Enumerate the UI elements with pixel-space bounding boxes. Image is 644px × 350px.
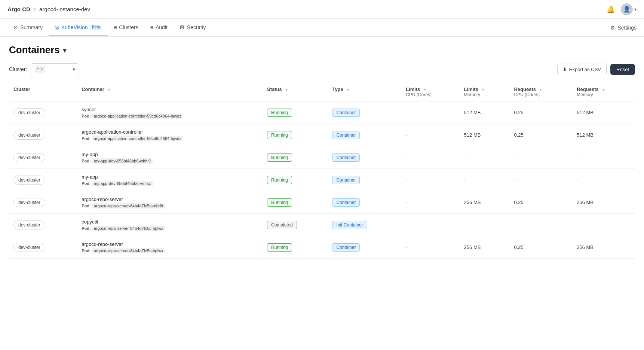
pod-value[interactable]: argocd-application-controller-59cd6c4864… (92, 113, 183, 119)
table-row: dev-clusterargocd-application-controller… (9, 124, 635, 146)
page-title-row: Containers ▾ (9, 44, 635, 56)
audit-icon: ≡ (150, 24, 153, 30)
instance-label[interactable]: argocd-instance-dev (39, 6, 90, 12)
tab-summary[interactable]: ⊙ Summary (7, 19, 49, 36)
cell-status: Running (263, 124, 328, 146)
settings-gear-icon: ⚙ (610, 25, 615, 31)
pod-key: Pod: (82, 204, 92, 208)
pod-value[interactable]: argocd-application-controller-59cd6c4864… (92, 136, 183, 141)
cell-type: Container (328, 169, 401, 191)
cluster-badge[interactable]: dev-cluster (13, 108, 45, 117)
requests-cpu-sort-icon[interactable]: ▼ (539, 88, 543, 92)
avatar: 👤 (621, 3, 633, 15)
container-sort-icon[interactable]: ▼ (107, 88, 111, 92)
type-badge: Container (332, 198, 360, 207)
cell-type: Container (328, 191, 401, 214)
pod-label: Pod: argocd-repo-server-84b4d7fc5c-hplwx (82, 226, 258, 231)
dash: - (464, 222, 466, 228)
th-limits-memory: Limits ▼ Memory (460, 83, 510, 101)
cluster-filter-select[interactable]: * × ▾ (31, 63, 79, 75)
pod-key: Pod: (82, 114, 92, 118)
page-title-dropdown-icon[interactable]: ▾ (63, 46, 67, 55)
cell-requests-memory: - (572, 169, 635, 191)
cell-requests-cpu: 0.25 (509, 101, 572, 124)
pod-value[interactable]: argocd-repo-server-84b4d7fc5c-hplwx (92, 248, 165, 253)
table-row: dev-clustermy-appPod: my-app-dev-656bf46… (9, 169, 635, 191)
user-menu[interactable]: 👤 ▾ (621, 3, 637, 15)
export-label: Export as CSV (569, 67, 601, 72)
kubevision-icon: ◎ (55, 24, 59, 30)
tab-clusters[interactable]: ≡ Clusters (108, 19, 144, 36)
cluster-filter-chevron-icon: ▾ (73, 66, 75, 72)
dash: - (577, 177, 578, 183)
tab-security-label: Security (187, 24, 206, 30)
tab-kubevision[interactable]: ◎ KubeVision Beta (49, 19, 108, 36)
dash: - (464, 155, 466, 160)
cluster-badge[interactable]: dev-cluster (13, 198, 45, 207)
pod-label: Pod: argocd-repo-server-84b4d7fc5c-mbr8t (82, 204, 258, 208)
brand-label[interactable]: Argo CD (7, 6, 30, 12)
pod-value[interactable]: argocd-repo-server-84b4d7fc5c-mbr8t (92, 203, 165, 209)
cluster-badge[interactable]: dev-cluster (13, 176, 45, 185)
pod-key: Pod: (82, 181, 92, 186)
breadcrumb-separator: > (33, 6, 36, 12)
pod-key: Pod: (82, 136, 92, 141)
cell-container: copyutilPod: argocd-repo-server-84b4d7fc… (77, 214, 263, 236)
cell-container: my-appPod: my-app-dev-656bf46bb6-whhl9 (77, 146, 263, 169)
cell-type: Container (328, 236, 401, 259)
cell-status: Completed (263, 214, 328, 236)
container-name: argocd-repo-server (82, 241, 258, 247)
limits-cpu-sort-icon[interactable]: ▼ (423, 88, 427, 92)
type-sort-icon[interactable]: ▼ (346, 88, 350, 92)
table-row: dev-clusterargocd-repo-serverPod: argocd… (9, 191, 635, 214)
limits-memory-sort-icon[interactable]: ▼ (481, 88, 485, 92)
cell-limits-cpu: - (401, 101, 459, 124)
dash: - (406, 244, 407, 250)
dash: - (514, 155, 515, 160)
pod-value[interactable]: my-app-dev-656bf46bb6-vmrsz (92, 181, 153, 186)
cell-cluster: dev-cluster (9, 146, 77, 169)
status-badge: Running (267, 243, 292, 252)
tab-audit[interactable]: ≡ Audit (144, 19, 174, 36)
th-limits-cpu: Limits ▼ CPU (Cores) (401, 83, 459, 101)
topbar-right: 🔔 👤 ▾ (607, 3, 637, 15)
status-badge: Running (267, 153, 292, 162)
cell-limits-memory: - (460, 146, 510, 169)
status-sort-icon[interactable]: ▼ (285, 88, 288, 92)
bell-icon[interactable]: 🔔 (607, 5, 615, 13)
cell-container: argocd-repo-serverPod: argocd-repo-serve… (77, 191, 263, 214)
type-badge: Container (332, 243, 360, 252)
clusters-icon: ≡ (114, 24, 117, 30)
cluster-badge[interactable]: dev-cluster (13, 243, 45, 252)
cell-requests-memory: 256 MB (572, 236, 635, 259)
pod-value[interactable]: argocd-repo-server-84b4d7fc5c-hplwx (92, 226, 165, 231)
cell-cluster: dev-cluster (9, 169, 77, 191)
cell-limits-cpu: - (401, 191, 459, 214)
export-csv-button[interactable]: ⬇ Export as CSV (557, 64, 607, 75)
tab-security[interactable]: ⛨ Security (174, 19, 212, 36)
pod-label: Pod: my-app-dev-656bf46bb6-whhl9 (82, 159, 258, 163)
table-body: dev-clustersyncerPod: argocd-application… (9, 101, 635, 259)
cell-limits-memory: 512 MB (460, 101, 510, 124)
reset-button[interactable]: Reset (610, 64, 635, 75)
cell-status: Running (263, 169, 328, 191)
cell-cluster: dev-cluster (9, 191, 77, 214)
requests-memory-sort-icon[interactable]: ▼ (601, 88, 605, 92)
dash: - (406, 110, 407, 115)
cluster-badge[interactable]: dev-cluster (13, 220, 45, 229)
settings-button[interactable]: ⚙ Settings (610, 25, 637, 31)
cell-limits-memory: - (460, 169, 510, 191)
dash: - (406, 177, 407, 183)
container-name: my-app (82, 152, 258, 157)
cell-type: Container (328, 124, 401, 146)
dash: - (406, 155, 407, 160)
cluster-badge[interactable]: dev-cluster (13, 131, 45, 140)
status-badge: Running (267, 198, 292, 207)
tab-clusters-label: Clusters (119, 24, 138, 30)
cluster-badge[interactable]: dev-cluster (13, 153, 45, 162)
th-container: Container ▼ (77, 83, 263, 101)
pod-label: Pod: argocd-application-controller-59cd6… (82, 114, 258, 118)
pod-value[interactable]: my-app-dev-656bf46bb6-whhl9 (92, 158, 153, 164)
container-name: my-app (82, 174, 258, 180)
cluster-filter-clear-icon[interactable]: × (40, 67, 43, 72)
